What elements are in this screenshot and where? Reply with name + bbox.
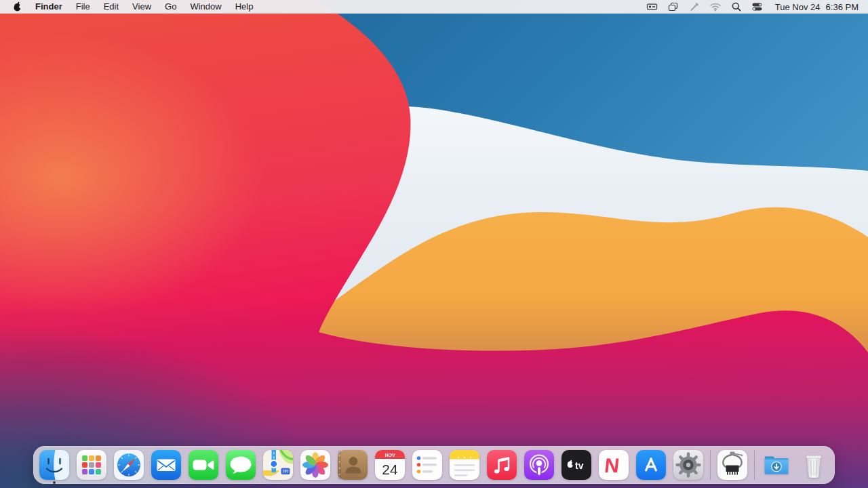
- menu-bar-clock[interactable]: Tue Nov 24 6:36 PM: [775, 2, 859, 12]
- dock-podcasts-icon[interactable]: [524, 449, 555, 481]
- news-letter: N: [604, 454, 620, 476]
- clock-date: Tue Nov 24: [775, 2, 821, 12]
- apple-menu[interactable]: [12, 1, 22, 12]
- finder-running-indicator: [53, 481, 56, 484]
- calendar-day-label: 24: [382, 462, 398, 477]
- dock-separator: [754, 450, 755, 480]
- maps-route-label: 280: [283, 469, 289, 473]
- wifi-icon[interactable]: [709, 1, 722, 13]
- dock-messages-icon[interactable]: [225, 449, 256, 481]
- dock-downloads-folder-icon[interactable]: [761, 449, 792, 481]
- menu-item-edit[interactable]: Edit: [104, 0, 119, 14]
- dock-calendar-icon[interactable]: NOV 24: [374, 449, 406, 481]
- dock-music-icon[interactable]: [486, 449, 517, 481]
- dock: 280: [33, 446, 835, 484]
- dock-mail-icon[interactable]: [151, 449, 182, 481]
- menu-item-file[interactable]: File: [76, 0, 90, 14]
- menu-bar-status-area: Tue Nov 24 6:36 PM: [646, 1, 859, 13]
- control-center-icon[interactable]: [751, 1, 764, 13]
- apple-logo-icon: [12, 1, 22, 12]
- menu-item-finder[interactable]: Finder: [35, 0, 62, 14]
- desktop-screen: Finder File Edit View Go Window Help: [0, 0, 868, 488]
- dock-separator: [710, 450, 711, 480]
- dock-tv-icon[interactable]: tv: [561, 449, 592, 481]
- displays-icon[interactable]: [667, 1, 679, 13]
- clock-time: 6:36 PM: [826, 2, 859, 12]
- dock-finder-icon[interactable]: [39, 449, 70, 481]
- dock-system-preferences-icon[interactable]: [673, 449, 704, 481]
- dock-contacts-icon[interactable]: [337, 449, 368, 481]
- pencil-icon[interactable]: [688, 1, 701, 13]
- dock-claw-utility-icon[interactable]: [717, 449, 748, 481]
- desktop-wallpaper[interactable]: [0, 0, 868, 488]
- spotlight-icon[interactable]: [730, 1, 743, 13]
- menu-item-window[interactable]: Window: [190, 0, 221, 14]
- dock-launchpad-icon[interactable]: [76, 449, 107, 481]
- tv-label: tv: [575, 460, 584, 471]
- dock-facetime-icon[interactable]: [188, 449, 219, 481]
- dock-trash-icon[interactable]: [798, 449, 829, 481]
- app-menus: Finder File Edit View Go Window Help: [35, 0, 253, 14]
- menu-item-help[interactable]: Help: [235, 0, 254, 14]
- calendar-month-label: NOV: [384, 453, 395, 458]
- dock-news-icon[interactable]: N: [598, 449, 629, 481]
- keyboard-icon[interactable]: [646, 1, 658, 13]
- menu-bar: Finder File Edit View Go Window Help: [0, 0, 868, 14]
- menu-item-go[interactable]: Go: [165, 0, 176, 14]
- dock-notes-icon[interactable]: [449, 449, 480, 481]
- dock-maps-icon[interactable]: 280: [262, 449, 294, 481]
- dock-appstore-icon[interactable]: [635, 449, 667, 481]
- dock-reminders-icon[interactable]: [412, 449, 443, 481]
- dock-photos-icon[interactable]: [300, 449, 331, 481]
- dock-safari-icon[interactable]: [113, 449, 144, 481]
- menu-item-view[interactable]: View: [132, 0, 151, 14]
